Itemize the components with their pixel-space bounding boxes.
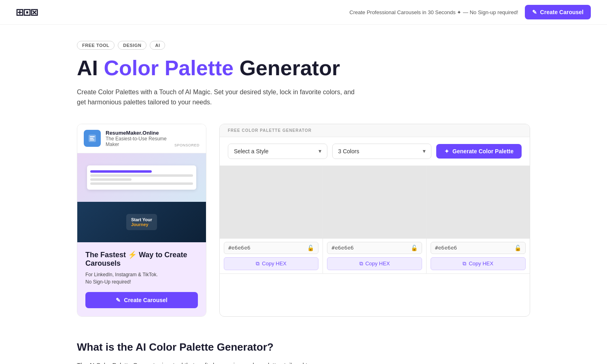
copy-icon-3: ⧉ (463, 260, 466, 267)
lock-icon-3[interactable]: 🔓 (514, 245, 521, 251)
colors-select[interactable]: 1 Color 2 Colors 3 Colors 4 Colors 5 Col… (332, 144, 432, 159)
ad-text-block: ResumeMaker.Online The Easiest-to-Use Re… (106, 130, 170, 147)
ad-sponsor-title: ResumeMaker.Online (106, 130, 170, 136)
page-title: AI Color Palette Generator (77, 56, 530, 80)
swatch-controls-2: #e6e6e6 🔓 ⧉ Copy HEX (323, 239, 426, 273)
swatch-col-3: #e6e6e6 🔓 ⧉ Copy HEX (427, 166, 530, 273)
copy-icon-2: ⧉ (359, 260, 363, 267)
nav-right: Create Professional Carousels in 30 Seco… (350, 5, 591, 19)
ad-card: ResumeMaker.Online The Easiest-to-Use Re… (77, 124, 206, 317)
swatch-hex-row-3: #e6e6e6 🔓 (431, 242, 526, 254)
colors-select-wrapper: 1 Color 2 Colors 3 Colors 4 Colors 5 Col… (332, 144, 432, 159)
swatch-hex-row-1: #e6e6e6 🔓 (224, 242, 318, 254)
tool-controls: Select a Style Vibrant Muted Pastel Dark… (220, 137, 530, 166)
what-is-description: The AI Color Palette Generator is a tool… (77, 360, 340, 364)
copy-hex-button-3[interactable]: ⧉ Copy HEX (431, 257, 526, 270)
svg-rect-2 (90, 136, 95, 137)
promo-desc: For LinkedIn, Instagram & TikTok. No Sig… (85, 271, 198, 286)
svg-text:⊞⊡⊠: ⊞⊡⊠ (16, 5, 38, 19)
bottom-section: What is the AI Color Palette Generator? … (77, 341, 530, 364)
color-swatches: #e6e6e6 🔓 ⧉ Copy HEX #e6e6e6 (220, 166, 530, 274)
swatch-preview-2 (323, 166, 426, 239)
copy-hex-button-2[interactable]: ⧉ Copy HEX (327, 257, 422, 270)
hero-subtitle: Create Color Palettes with a Touch of AI… (77, 87, 360, 108)
tags-row: FREE TOOL DESIGN AI (77, 41, 530, 50)
tag-free-tool: FREE TOOL (77, 41, 115, 50)
style-select[interactable]: Select a Style Vibrant Muted Pastel Dark… (228, 144, 327, 159)
ad-image-bottom: Start Your Journey (77, 202, 206, 242)
swatch-controls-3: #e6e6e6 🔓 ⧉ Copy HEX (427, 239, 530, 273)
svg-rect-3 (90, 138, 93, 139)
swatch-controls-1: #e6e6e6 🔓 ⧉ Copy HEX (220, 239, 323, 273)
swatch-preview-3 (427, 166, 530, 239)
ad-sponsored-row: ResumeMaker.Online The Easiest-to-Use Re… (77, 124, 206, 153)
generate-palette-button[interactable]: ✦ Generate Color Palette (436, 144, 522, 159)
style-select-wrapper: Select a Style Vibrant Muted Pastel Dark… (228, 144, 327, 159)
ad-image-top (77, 153, 206, 202)
swatch-hex-value-1: #e6e6e6 (228, 245, 250, 251)
ad-promo-section: The Fastest ⚡ Way to Create Carousels Fo… (77, 242, 206, 308)
copy-hex-button-1[interactable]: ⧉ Copy HEX (224, 257, 318, 270)
main-columns: ResumeMaker.Online The Easiest-to-Use Re… (77, 124, 530, 317)
ad-image-container: Start Your Journey The Fastest ⚡ Way to … (77, 153, 206, 316)
card-create-carousel-button[interactable]: ✎ Create Carousel (85, 292, 198, 308)
ad-bottom-card: Start Your Journey (126, 214, 157, 230)
tool-card: FREE COLOR PALETTE GENERATOR Select a St… (219, 124, 530, 317)
tag-ai: AI (150, 41, 165, 50)
navbar: ⊞⊡⊠ Create Professional Carousels in 30 … (0, 0, 607, 25)
ad-sponsor-subtitle: The Easiest-to-Use Resume Maker (106, 136, 170, 147)
tool-header: FREE COLOR PALETTE GENERATOR (220, 124, 530, 137)
logo: ⊞⊡⊠ (16, 5, 40, 19)
swatch-col-2: #e6e6e6 🔓 ⧉ Copy HEX (323, 166, 426, 273)
lock-icon-1[interactable]: 🔓 (307, 245, 314, 251)
nav-tagline: Create Professional Carousels in 30 Seco… (350, 9, 518, 15)
what-is-title: What is the AI Color Palette Generator? (77, 341, 530, 353)
ad-icon (84, 130, 101, 147)
edit-icon-card: ✎ (116, 297, 121, 303)
tag-design: DESIGN (118, 41, 146, 50)
swatch-hex-value-3: #e6e6e6 (435, 245, 457, 251)
edit-icon: ✎ (532, 9, 537, 15)
page-content: FREE TOOL DESIGN AI AI Color Palette Gen… (61, 25, 546, 364)
ad-mockup (87, 165, 196, 190)
lock-icon-2[interactable]: 🔓 (411, 245, 418, 251)
swatch-col-1: #e6e6e6 🔓 ⧉ Copy HEX (220, 166, 323, 273)
promo-title: The Fastest ⚡ Way to Create Carousels (85, 250, 198, 268)
copy-icon-1: ⧉ (256, 260, 259, 267)
sparkle-icon: ✦ (444, 148, 449, 154)
nav-create-carousel-button[interactable]: ✎ Create Carousel (525, 5, 591, 19)
swatch-hex-value-2: #e6e6e6 (331, 245, 354, 251)
swatch-hex-row-2: #e6e6e6 🔓 (327, 242, 422, 254)
svg-rect-4 (90, 140, 94, 140)
sponsored-badge: SPONSORED (174, 143, 200, 147)
swatch-preview-1 (220, 166, 323, 239)
